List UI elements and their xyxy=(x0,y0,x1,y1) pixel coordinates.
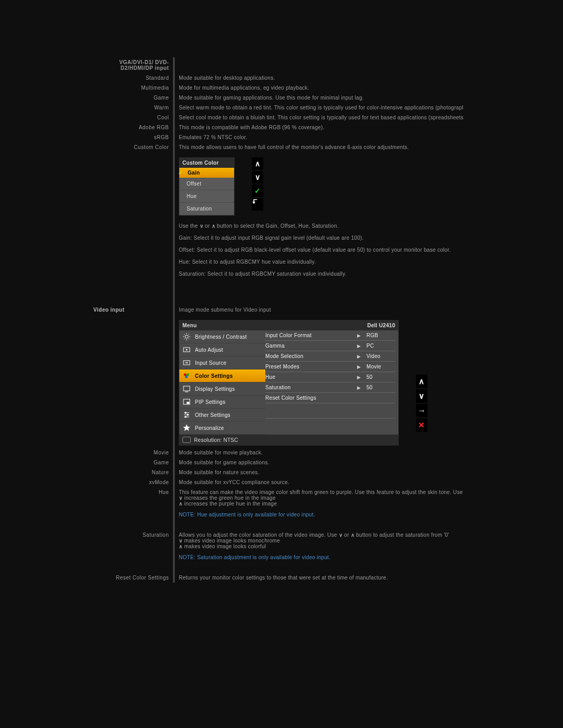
auto-adjust-icon xyxy=(182,346,191,354)
custom-color-cell: Custom Color Gain Offset Hue Saturation … xyxy=(174,152,550,305)
menu-item-pip-settings[interactable]: PIP Settings xyxy=(179,396,265,409)
osd-right-list: Input Color Format▶RGB Gamma▶PC Mode Sel… xyxy=(265,330,398,435)
down-icon: ∨ xyxy=(200,223,203,229)
menu-item-input-source[interactable]: Input Source xyxy=(179,356,265,369)
row-label: Nature xyxy=(91,467,174,477)
row-desc: Mode suitable for desktop applications. xyxy=(174,73,550,83)
submenu-item[interactable]: Hue▶50 xyxy=(265,372,395,382)
row-label: Warm xyxy=(91,103,174,113)
section-header-video: Video input xyxy=(93,307,125,313)
close-button[interactable]: ✕ xyxy=(416,418,427,432)
row-label: Cool xyxy=(91,113,174,122)
osd-item[interactable]: Saturation xyxy=(179,203,234,215)
note-text: NOTE: Saturation adjustment is only avai… xyxy=(179,554,546,560)
input-source-icon xyxy=(182,359,191,367)
paragraph: Gain: Select it to adjust input RGB sign… xyxy=(179,235,546,241)
row-desc: Mode suitable for xvYCC compliance sourc… xyxy=(174,477,550,487)
paragraph: Saturation: Select it to adjust RGBCMY s… xyxy=(179,271,546,277)
osd-left-list: Brightness / Contrast Auto Adjust Input … xyxy=(179,330,265,435)
paragraph: Use the ∨ or ∧ button to select the Gain… xyxy=(179,223,546,229)
section-header-vga: VGA/DVI-D1/ DVD-D2/HDMI/DP input xyxy=(91,57,174,73)
row-label: Game xyxy=(91,458,174,467)
star-icon xyxy=(182,424,191,432)
menu-item-auto-adjust[interactable]: Auto Adjust xyxy=(179,343,265,356)
display-settings-icon xyxy=(182,385,191,393)
row-desc: Allows you to adjust the color saturatio… xyxy=(174,530,550,573)
osd-main-menu: MenuDell U2410 Brightness / Contrast Aut… xyxy=(179,320,399,446)
down-icon: ∨ xyxy=(339,532,342,538)
submenu-item[interactable]: Mode Selection▶Video xyxy=(265,351,395,362)
row-desc: Emulates 72 % NTSC color. xyxy=(174,132,550,142)
menu-item-personalize[interactable]: Personalize xyxy=(179,422,265,435)
row-desc: Mode for multimedia applications, eg vid… xyxy=(174,83,550,93)
osd-header: MenuDell U2410 xyxy=(179,320,398,330)
submenu-item[interactable]: Saturation▶50 xyxy=(265,382,395,393)
chevron-right-icon: ▶ xyxy=(357,354,366,359)
note-text: NOTE: Hue adjustment is only available f… xyxy=(179,512,546,517)
submenu-item[interactable]: Reset Color Settings xyxy=(265,393,395,403)
submenu-item[interactable]: Input Color Format▶RGB xyxy=(265,330,395,341)
svg-line-5 xyxy=(184,334,185,335)
paragraph: Image mode submenu for Video input xyxy=(179,307,546,313)
other-settings-icon xyxy=(182,411,191,419)
osd-item[interactable]: Offset xyxy=(179,178,234,190)
row-label: Game xyxy=(91,93,174,103)
enter-button[interactable]: → xyxy=(416,404,427,417)
menu-item-brightness[interactable]: Brightness / Contrast xyxy=(179,330,265,343)
menu-item-color-settings[interactable]: Color Settings xyxy=(179,369,265,382)
osd-button-column: ∧ ∨ ✓ xyxy=(252,157,263,212)
down-button[interactable]: ∨ xyxy=(252,171,263,183)
page: VGA/DVI-D1/ DVD-D2/HDMI/DP input Standar… xyxy=(0,0,563,728)
svg-marker-25 xyxy=(183,424,190,431)
menu-item-display-settings[interactable]: Display Settings xyxy=(179,382,265,396)
submenu-blank xyxy=(265,403,395,418)
back-button[interactable] xyxy=(252,198,263,211)
chevron-right-icon: ▶ xyxy=(357,343,366,349)
row-desc: Mode suitable for nature scenes. xyxy=(174,467,550,477)
row-label: Movie xyxy=(91,448,174,458)
row-label: Saturation xyxy=(91,530,174,573)
resolution-icon xyxy=(182,437,191,443)
svg-rect-18 xyxy=(187,402,189,404)
video-input-cell: Image mode submenu for Video input MenuD… xyxy=(174,305,550,448)
osd-button-column: ∧ ∨ → ✕ xyxy=(416,375,427,433)
submenu-item[interactable]: Gamma▶PC xyxy=(265,341,395,351)
pip-icon xyxy=(182,398,191,406)
osd-item-selected[interactable]: Gain xyxy=(179,168,234,178)
row-desc: Mode suitable for gaming applications. U… xyxy=(174,93,550,103)
chevron-right-icon: ▶ xyxy=(357,385,366,390)
row-label: Custom Color xyxy=(91,142,174,152)
brightness-icon xyxy=(182,332,191,341)
chevron-right-icon: ▶ xyxy=(357,375,366,380)
ok-button[interactable]: ✓ xyxy=(252,184,263,197)
up-icon: ∧ xyxy=(212,223,215,229)
osd-footer: Resolution: NTSC xyxy=(179,435,398,445)
svg-point-24 xyxy=(185,416,187,418)
svg-point-0 xyxy=(185,335,188,338)
menu-item-other-settings[interactable]: Other Settings xyxy=(179,409,265,422)
svg-point-22 xyxy=(185,412,187,414)
svg-point-14 xyxy=(185,376,188,378)
row-desc: This feature can make the video image co… xyxy=(174,487,550,530)
row-label: Reset Color Settings xyxy=(91,573,174,583)
row-label: Multimedia xyxy=(91,83,174,93)
osd-item[interactable]: Hue xyxy=(179,190,234,203)
settings-table: VGA/DVI-D1/ DVD-D2/HDMI/DP input Standar… xyxy=(91,57,550,583)
up-button[interactable]: ∧ xyxy=(252,157,263,170)
paragraph: Offset: Select it to adjust RGB black-le… xyxy=(179,247,546,253)
up-icon: ∧ xyxy=(351,532,354,538)
color-settings-icon xyxy=(182,372,191,380)
paragraph: Hue: Select it to adjust RGBCMY hue valu… xyxy=(179,259,546,265)
submenu-item[interactable]: Preset Modes▶Movie xyxy=(265,362,395,372)
row-label: sRGB xyxy=(91,132,174,142)
row-desc: This mode is compatible with Adobe RGB (… xyxy=(174,122,550,132)
row-label: xvMode xyxy=(91,477,174,487)
osd-custom-color: Custom Color Gain Offset Hue Saturation xyxy=(179,157,235,216)
down-button[interactable]: ∨ xyxy=(416,389,427,403)
svg-rect-15 xyxy=(183,386,190,391)
row-label: Hue xyxy=(91,487,174,530)
osd-title: Custom Color xyxy=(179,158,234,168)
row-desc: Mode suitable for game applications. xyxy=(174,458,550,467)
svg-line-7 xyxy=(184,339,185,340)
up-button[interactable]: ∧ xyxy=(416,375,427,388)
